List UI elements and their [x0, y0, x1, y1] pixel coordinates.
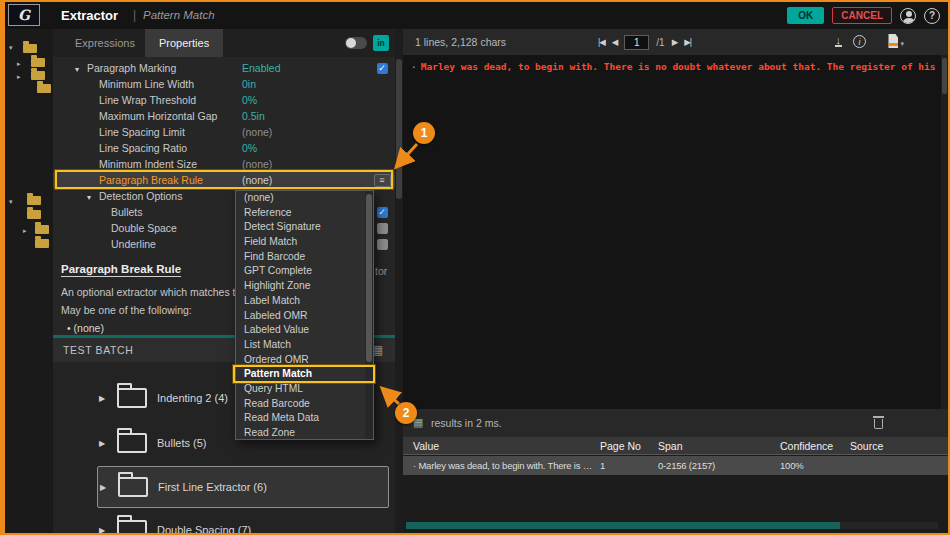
dropdown-item[interactable]: Find Barcode	[236, 250, 365, 265]
test-batch-title: TEST BATCH	[63, 344, 133, 356]
property-row[interactable]: Line Wrap Threshold 0%	[53, 92, 395, 108]
scrollbar-thumb[interactable]	[406, 522, 840, 529]
ok-button[interactable]: OK	[787, 7, 824, 24]
column-header-span[interactable]: Span	[658, 440, 780, 452]
user-account-icon[interactable]	[900, 8, 916, 24]
property-row[interactable]: ▾Paragraph Marking Enabled ✓	[53, 60, 395, 76]
text-viewer[interactable]: ·Marley was dead, to begin with. There i…	[403, 55, 948, 409]
checkbox-unchecked[interactable]	[377, 223, 388, 234]
scrollbar-thumb[interactable]	[396, 59, 402, 199]
info-glyph: i	[859, 37, 861, 47]
checkbox-checked[interactable]: ✓	[377, 207, 388, 218]
property-label: Line Wrap Threshold	[53, 94, 242, 106]
property-value: 0%	[242, 142, 369, 154]
check-icon: ✓	[378, 64, 386, 73]
checkbox-unchecked[interactable]	[377, 239, 388, 250]
property-row-paragraph-break-rule[interactable]: Paragraph Break Rule (none) ≡	[53, 172, 395, 188]
dropdown-list: (none) Reference Detect Signature Field …	[236, 191, 365, 439]
folder-icon[interactable]	[31, 58, 45, 67]
folder-icon[interactable]	[37, 84, 51, 93]
tree-caret-icon[interactable]: ▾	[9, 197, 13, 206]
folder-icon[interactable]	[27, 196, 41, 205]
folder-icon[interactable]	[35, 239, 49, 248]
property-row[interactable]: Line Spacing Limit (none)	[53, 124, 395, 140]
dropdown-item[interactable]: Label Match	[236, 294, 365, 309]
help-list-item: • (none)	[67, 322, 104, 334]
column-header-confidence[interactable]: Confidence	[780, 440, 850, 452]
cell-confidence: 100%	[780, 460, 850, 471]
first-page-button[interactable]: |◀	[598, 37, 605, 47]
column-header-value[interactable]: Value	[403, 440, 600, 452]
callout-2: 2	[395, 402, 417, 424]
results-empty-area	[403, 475, 948, 521]
expand-icon[interactable]: ▶	[97, 394, 107, 403]
property-row[interactable]: Line Spacing Ratio 0%	[53, 140, 395, 156]
dropdown-item-pattern-match[interactable]: Pattern Match	[236, 367, 365, 382]
results-table-row[interactable]: · Marley was dead, to begin with. There …	[403, 456, 948, 475]
help-list-text: (none)	[74, 322, 104, 334]
dropdown-item[interactable]: Query HTML	[236, 382, 365, 397]
info-icon[interactable]: i	[853, 35, 866, 48]
collapse-icon[interactable]: ▾	[87, 193, 99, 202]
expand-icon[interactable]: ▶	[98, 483, 108, 492]
cell-page: 1	[600, 460, 658, 471]
dropdown-item[interactable]: Read Meta Data	[236, 411, 365, 426]
scrollbar-thumb[interactable]	[366, 194, 372, 362]
document-menu[interactable]: ▾	[888, 34, 904, 48]
tree-item[interactable]: ▶ Double Spacing (7)	[97, 510, 389, 533]
dropdown-item[interactable]: Reference	[236, 206, 365, 221]
download-icon[interactable]: ↓	[835, 35, 843, 47]
dropdown-item[interactable]: Read Barcode	[236, 397, 365, 412]
viewer-scrollbar[interactable]	[941, 55, 948, 409]
dropdown-item[interactable]: Highlight Zone	[236, 279, 365, 294]
dropdown-scrollbar[interactable]	[365, 191, 373, 439]
app-logo[interactable]: G	[8, 4, 40, 26]
language-badge[interactable]: in	[373, 35, 389, 51]
dropdown-item[interactable]: Detect Signature	[236, 220, 365, 235]
expand-icon[interactable]: ▶	[97, 439, 107, 448]
help-icon[interactable]: ?	[924, 8, 940, 24]
folder-icon[interactable]	[31, 71, 45, 80]
property-row[interactable]: Minimum Indent Size (none)	[53, 156, 395, 172]
dropdown-item[interactable]: GPT Complete	[236, 264, 365, 279]
window-title: Extractor	[61, 8, 118, 23]
horizontal-scrollbar[interactable]	[406, 522, 938, 529]
tab-properties[interactable]: Properties	[145, 29, 223, 57]
tree-item-label: Bullets (5)	[157, 437, 207, 449]
last-page-button[interactable]: ▶|	[684, 37, 691, 47]
dropdown-button[interactable]: ≡	[374, 174, 391, 187]
page-input[interactable]	[624, 35, 649, 50]
cancel-button[interactable]: CANCEL	[832, 7, 892, 24]
tree-item-selected[interactable]: ▶ First Line Extractor (6)	[97, 466, 389, 508]
tab-expressions[interactable]: Expressions	[61, 29, 149, 57]
prev-page-button[interactable]: ◀	[612, 37, 618, 47]
folder-icon[interactable]	[27, 210, 41, 219]
expand-icon[interactable]: ▶	[97, 526, 107, 534]
tree-item-label: Double Spacing (7)	[157, 524, 251, 533]
checkbox-checked[interactable]: ✓	[377, 63, 388, 74]
properties-scrollbar[interactable]	[395, 29, 403, 533]
dropdown-item[interactable]: Field Match	[236, 235, 365, 250]
tree-caret-icon[interactable]: ▸	[17, 72, 21, 81]
property-row[interactable]: Minimum Line Width 0in	[53, 76, 395, 92]
next-page-button[interactable]: ▶	[672, 37, 678, 47]
dropdown-item[interactable]: Read Zone	[236, 426, 365, 439]
column-header-source[interactable]: Source	[850, 440, 948, 452]
column-header-page[interactable]: Page No	[600, 440, 658, 452]
dropdown-item[interactable]: (none)	[236, 191, 365, 206]
dropdown-item[interactable]: Labeled OMR	[236, 309, 365, 324]
folder-icon[interactable]	[35, 225, 49, 234]
title-bar: G Extractor | Pattern Match OK CANCEL ?	[5, 2, 948, 29]
tree-caret-icon[interactable]: ▾	[9, 43, 13, 52]
dropdown-item[interactable]: List Match	[236, 338, 365, 353]
property-row[interactable]: Maximum Horizontal Gap 0.5in	[53, 108, 395, 124]
toggle-switch[interactable]	[345, 37, 367, 49]
tree-caret-icon[interactable]: ▸	[23, 226, 27, 235]
tree-caret-icon[interactable]: ▸	[17, 59, 21, 68]
collapse-icon[interactable]: ▾	[75, 65, 87, 74]
scrollbar-thumb[interactable]	[942, 58, 947, 94]
dropdown-item[interactable]: Ordered OMR	[236, 353, 365, 368]
folder-icon[interactable]	[23, 44, 37, 53]
dropdown-item[interactable]: Labeled Value	[236, 323, 365, 338]
clear-results-icon[interactable]	[873, 416, 884, 429]
